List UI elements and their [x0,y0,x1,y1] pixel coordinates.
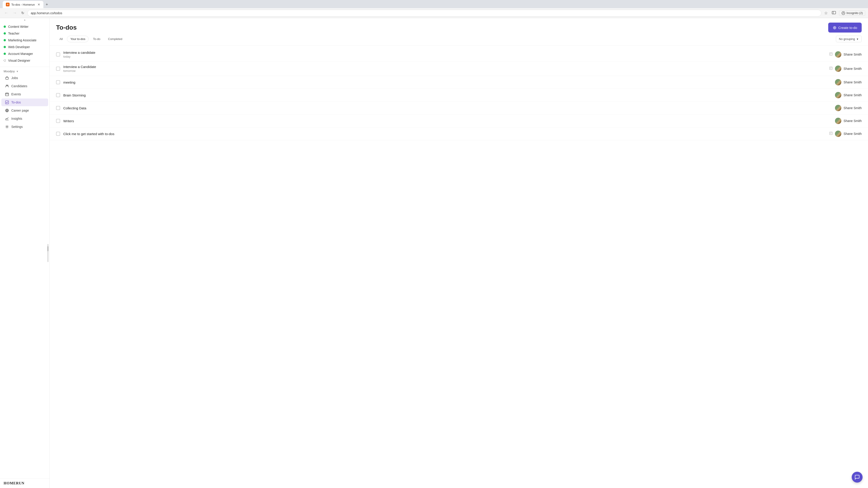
incognito-badge[interactable]: Incognito (2) [839,10,865,16]
back-button[interactable]: ← [3,10,9,16]
todo-title: Brain Storming [63,93,835,97]
filter-bar: All Your to-dos To-do Completed No group… [50,33,868,46]
todo-item[interactable]: Click me to get started with to-dos Shan… [50,127,868,140]
sidebar-item-events[interactable]: Events [1,90,48,98]
sidebar-item-candidates[interactable]: Candidates [1,82,48,90]
grouping-button[interactable]: No grouping ▼ [836,36,862,42]
svg-rect-19 [830,67,832,70]
address-text: app.homerun.co/todos [31,11,62,15]
sidebar-toggle-button[interactable] [831,10,837,16]
job-label-web-developer: Web Developer [8,45,30,49]
page-title: To-dos [56,24,76,31]
todo-checkbox[interactable] [56,67,60,71]
svg-rect-16 [830,53,832,55]
todo-item[interactable]: Collecting Data Shane Smith [50,102,868,115]
sidebar-section-company[interactable]: Moodjoy ▼ [0,68,50,74]
users-icon [5,84,9,88]
main-content: To-dos ⊕ Create to-do All Your to-dos To… [50,18,868,488]
calendar-icon [5,92,9,96]
tab-favicon: H [6,3,9,6]
nav-actions: ☆ Incognito (2) [823,10,865,17]
nav-label-settings: Settings [11,125,23,129]
sidebar-item-insights[interactable]: Insights [1,115,48,123]
sidebar-item-todos[interactable]: To-dos [1,98,48,106]
create-todo-label: Create to-do [838,26,857,30]
chat-bubble-button[interactable] [852,472,863,483]
avatar [835,118,841,124]
svg-rect-22 [830,132,832,135]
nav-label-todos: To-dos [11,101,21,104]
scrollbar[interactable] [47,243,49,263]
refresh-button[interactable]: ↻ [20,10,26,16]
filter-tab-all[interactable]: All [56,36,66,42]
todo-assignee: Shane Smith [844,80,862,84]
bookmark-button[interactable]: ☆ [823,10,829,17]
todo-item[interactable]: meeting Shane Smith [50,76,868,89]
filter-tab-todo[interactable]: To-do [90,36,104,42]
todo-item[interactable]: Interview a candidate today Shane Smith [50,47,868,62]
nav-label-candidates: Candidates [11,84,27,88]
sidebar-divider [0,67,50,67]
todo-checkbox[interactable] [56,53,60,57]
todo-assignee: Shane Smith [844,119,862,123]
sidebar-item-career-page[interactable]: Career page [1,107,48,114]
homerun-logo: HOMERUN [4,481,46,485]
sidebar-footer: HOMERUN [0,478,50,488]
status-dot-green [4,26,6,28]
todo-item[interactable]: Brain Storming Shane Smith [50,89,868,102]
svg-rect-0 [832,11,836,14]
todo-checkbox[interactable] [56,80,60,84]
sidebar-item-jobs[interactable]: Jobs [1,74,48,82]
status-dot-green [4,46,6,48]
active-tab[interactable]: H To-dos - Homerun ✕ [3,1,43,8]
todo-info: Writers [63,119,835,123]
section-chevron-icon: ▼ [16,70,19,73]
todo-item[interactable]: Interview a Candidate tomorrow Shane Smi… [50,62,868,76]
status-dot-green [4,53,6,55]
app-container: ▲ Content Writer Teacher Marketing Assoc… [0,18,868,488]
job-label-teacher: Teacher [8,32,20,35]
address-bar[interactable]: app.homerun.co/todos [27,10,822,17]
todo-assignee: Shane Smith [844,67,862,70]
sidebar-item-settings[interactable]: Settings [1,123,48,131]
scroll-up-arrow[interactable]: ▲ [0,18,50,22]
todo-info: Collecting Data [63,106,835,110]
nav-label-jobs: Jobs [11,76,18,80]
status-dot-dashed [4,59,6,62]
todo-checkbox[interactable] [56,132,60,136]
forward-button[interactable]: → [11,10,18,16]
sidebar-item-account-manager[interactable]: Account Manager [0,51,50,57]
job-label-marketing-associate: Marketing Associate [8,38,36,42]
svg-point-5 [6,85,7,86]
avatar [835,92,841,98]
todo-checkbox[interactable] [56,93,60,97]
todo-checkbox[interactable] [56,119,60,123]
todo-assignee: Shane Smith [844,106,862,110]
new-tab-button[interactable]: + [43,1,51,8]
tab-close-button[interactable]: ✕ [37,3,40,6]
chevron-down-icon: ▼ [856,38,859,40]
incognito-label: Incognito (2) [846,11,863,15]
filter-tab-your-todos[interactable]: Your to-dos [67,36,89,42]
status-dot-green [4,39,6,41]
job-label-visual-designer: Visual Designer [8,59,30,62]
todo-subtitle: tomorrow [63,69,829,72]
todo-right: Shane Smith [829,66,862,72]
sidebar-item-teacher[interactable]: Teacher [0,30,50,37]
main-header: To-dos ⊕ Create to-do [50,18,868,33]
filter-tab-completed[interactable]: Completed [105,36,126,42]
svg-point-15 [6,126,8,127]
sidebar-item-content-writer[interactable]: Content Writer [0,23,50,30]
create-todo-button[interactable]: ⊕ Create to-do [828,23,862,33]
create-todo-plus-icon: ⊕ [833,25,837,30]
sidebar-item-web-developer[interactable]: Web Developer [0,43,50,51]
sidebar-item-marketing-associate[interactable]: Marketing Associate [0,37,50,43]
todo-checkbox[interactable] [56,106,60,110]
sidebar: ▲ Content Writer Teacher Marketing Assoc… [0,18,50,488]
todo-assignee: Shane Smith [844,93,862,97]
svg-point-6 [7,85,8,86]
sidebar-item-visual-designer[interactable]: Visual Designer [0,57,50,64]
status-dot-green [4,32,6,35]
todo-item[interactable]: Writers Shane Smith [50,115,868,127]
avatar [835,51,841,58]
